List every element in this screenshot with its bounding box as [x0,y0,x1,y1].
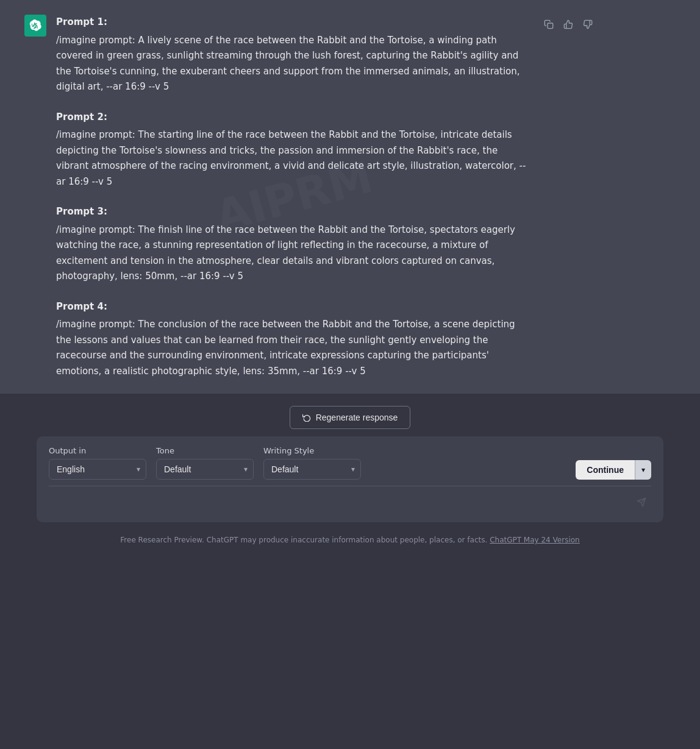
toolbar-fields: Output in English Spanish French ▾ Tone … [49,446,651,480]
writing-style-select-wrapper: Default Academic Creative ▾ [263,459,361,480]
output-label: Output in [49,446,146,455]
message-content: AIPRM Prompt 1: /imagine prompt: A livel… [56,15,532,379]
prompt1-text: /imagine prompt: A lively scene of the r… [56,33,532,95]
writing-style-field-group: Writing Style Default Academic Creative … [263,446,361,480]
send-button[interactable] [632,495,651,513]
output-select[interactable]: English Spanish French [49,459,146,480]
assistant-message: AIPRM Prompt 1: /imagine prompt: A livel… [0,0,700,394]
output-select-wrapper: English Spanish French ▾ [49,459,146,480]
tone-field-group: Tone Default Formal Casual ▾ [156,446,254,480]
copy-button[interactable] [541,17,556,32]
prompt3-label: Prompt 3: [56,204,532,220]
output-field-group: Output in English Spanish French ▾ [49,446,146,480]
send-icon [637,497,646,507]
bottom-input-row [49,492,651,515]
footer: Free Research Preview. ChatGPT may produ… [0,530,700,554]
continue-button[interactable]: Continue [576,460,635,480]
prompt2-label: Prompt 2: [56,110,532,126]
regenerate-icon [302,413,311,422]
regenerate-label: Regenerate response [316,413,398,422]
writing-style-label: Writing Style [263,446,361,455]
regenerate-button[interactable]: Regenerate response [290,406,411,429]
prompt4-text: /imagine prompt: The conclusion of the r… [56,317,532,379]
tone-label: Tone [156,446,254,455]
prompt2-text: /imagine prompt: The starting line of th… [56,127,532,190]
chat-input[interactable] [49,495,632,513]
assistant-avatar [24,15,46,37]
prompt1-label: Prompt 1: [56,15,532,30]
svg-rect-0 [548,23,553,29]
tone-select[interactable]: Default Formal Casual [156,459,254,480]
footer-link[interactable]: ChatGPT May 24 Version [490,536,580,544]
toolbar-divider [49,486,651,486]
message-actions [541,17,595,32]
prompt4-label: Prompt 4: [56,299,532,315]
continue-btn-group: Continue ▾ [576,460,651,480]
thumbup-button[interactable] [561,17,576,32]
toolbar-section: Output in English Spanish French ▾ Tone … [37,436,663,522]
tone-select-wrapper: Default Formal Casual ▾ [156,459,254,480]
writing-style-select[interactable]: Default Academic Creative [263,459,361,480]
regenerate-area: Regenerate response [0,394,700,436]
prompt3-text: /imagine prompt: The finish line of the … [56,222,532,285]
footer-text: Free Research Preview. ChatGPT may produ… [120,536,487,544]
continue-dropdown-button[interactable]: ▾ [635,460,651,480]
thumbdown-button[interactable] [580,17,595,32]
